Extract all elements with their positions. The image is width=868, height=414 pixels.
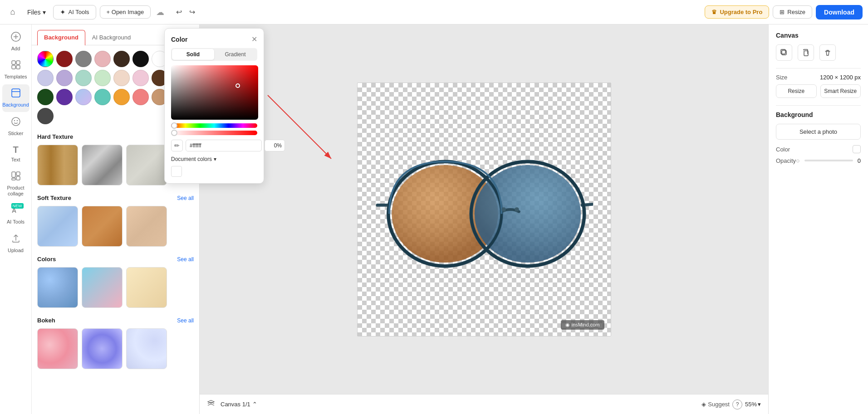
swatch-pink-light[interactable]: [132, 70, 149, 86]
swatch-black[interactable]: [132, 51, 149, 67]
sunglasses-image: [358, 83, 611, 336]
select-photo-button[interactable]: Select a photo: [776, 124, 861, 140]
hue-slider[interactable]: [171, 123, 257, 128]
redo-button[interactable]: ↪: [186, 6, 198, 18]
swatch-purple-light[interactable]: [56, 70, 73, 86]
soft-texture-water[interactable]: [37, 206, 78, 247]
hard-texture-wood[interactable]: [37, 145, 78, 185]
trash-button[interactable]: [819, 44, 836, 61]
swatch-mint[interactable]: [75, 70, 92, 86]
picker-tab-gradient[interactable]: Gradient: [214, 49, 256, 60]
swatch-pink[interactable]: [94, 51, 111, 67]
picker-tab-solid[interactable]: Solid: [172, 49, 214, 60]
sidebar-item-ai-tools[interactable]: A NEW AI Tools: [2, 201, 29, 229]
bokeh-item-1[interactable]: [37, 328, 78, 369]
opacity-slider[interactable]: [804, 160, 853, 161]
help-button[interactable]: ?: [732, 399, 742, 409]
resize-canvas-button[interactable]: Resize: [776, 84, 817, 98]
files-menu[interactable]: Files ▾: [24, 7, 49, 18]
color-item-1[interactable]: [37, 267, 78, 308]
topbar-actions: ♛ Upgrade to Pro ⊞ Resize Download: [705, 5, 863, 19]
tab-ai-background[interactable]: AI Background: [85, 30, 137, 45]
color-item-3[interactable]: [126, 267, 167, 308]
sidebar-item-product-collage[interactable]: Product collage: [2, 167, 29, 200]
color-picker-popup: Color ✕ Solid Gradient ✏ Document colors…: [164, 28, 264, 184]
sidebar-item-upload[interactable]: Upload: [2, 230, 29, 257]
watermark-icon: ◉: [565, 322, 570, 328]
swatch-blue-grad[interactable]: [75, 89, 92, 105]
smart-resize-button[interactable]: Smart Resize: [820, 84, 861, 98]
tab-background[interactable]: Background: [37, 30, 85, 45]
swatch-peach[interactable]: [113, 70, 130, 86]
eyedropper-button[interactable]: ✏: [171, 140, 183, 151]
swatch-red[interactable]: [56, 51, 73, 67]
canvas-label[interactable]: Canvas 1/1 ⌃: [221, 401, 257, 408]
bokeh-item-3[interactable]: [126, 328, 167, 369]
document-colors-header[interactable]: Document colors ▾: [171, 156, 257, 162]
duplicate-button[interactable]: [776, 44, 792, 61]
swatch-brown[interactable]: [113, 51, 130, 67]
sidebar-item-text[interactable]: T Text: [2, 141, 29, 166]
swatch-dark-gray2[interactable]: [37, 108, 54, 124]
sidebar-item-sticker[interactable]: Sticker: [2, 113, 29, 140]
sticker-icon: [11, 117, 21, 129]
alpha-slider[interactable]: [171, 131, 257, 135]
colors-see-all[interactable]: See all: [177, 256, 194, 263]
soft-texture-caramel[interactable]: [82, 206, 123, 247]
upgrade-button[interactable]: ♛ Upgrade to Pro: [705, 5, 769, 19]
ai-tools-button[interactable]: ✦ AI Tools: [53, 5, 96, 19]
color-gradient-canvas[interactable]: [171, 65, 258, 120]
hard-texture-metal[interactable]: [82, 145, 123, 185]
opacity-value: 0: [858, 157, 861, 164]
home-button[interactable]: ⌂: [5, 5, 20, 19]
open-image-button[interactable]: + Open Image: [100, 5, 151, 19]
swatch-green-light[interactable]: [94, 70, 111, 86]
zoom-value[interactable]: 55% ▾: [745, 401, 761, 408]
bokeh-see-all[interactable]: See all: [177, 317, 194, 324]
hue-slider-row: [171, 123, 257, 128]
zoom-control: ◈ Suggest ? 55% ▾: [701, 399, 761, 409]
swatch-lavender[interactable]: [37, 70, 54, 86]
undo-button[interactable]: ↩: [173, 6, 185, 18]
swatch-rainbow[interactable]: [37, 51, 54, 67]
soft-texture-header: Soft Texture See all: [32, 191, 199, 203]
suggest-button[interactable]: ◈ Suggest: [701, 401, 730, 408]
svg-point-27: [515, 207, 519, 212]
color-checkbox[interactable]: [853, 145, 861, 153]
opacity-input[interactable]: [265, 140, 285, 151]
swatch-teal[interactable]: [94, 89, 111, 105]
canvas-wrapper: ◉ insMind.com: [200, 24, 768, 394]
watermark: ◉ insMind.com: [561, 320, 604, 330]
watermark-text: insMind.com: [572, 322, 600, 327]
swatch-orange[interactable]: [113, 89, 130, 105]
layers-icon[interactable]: [207, 399, 215, 409]
swatch-dark-green[interactable]: [37, 89, 54, 105]
canvas-area: ◉ insMind.com Canvas 1/1 ⌃ ◈ Suggest ?: [200, 24, 768, 414]
sidebar-item-add[interactable]: Add: [2, 28, 29, 55]
ai-tools-icon: ✦: [60, 8, 66, 16]
sidebar-item-templates[interactable]: Templates: [2, 56, 29, 83]
bokeh-item-2[interactable]: [82, 328, 123, 369]
document-color-swatch-white[interactable]: [171, 166, 182, 177]
swatch-gray[interactable]: [75, 51, 92, 67]
swatch-purple[interactable]: [56, 89, 73, 105]
hard-texture-concrete[interactable]: [126, 145, 167, 185]
color-value-row: ✏: [171, 140, 257, 151]
soft-texture-skin[interactable]: [126, 206, 167, 247]
copy-button[interactable]: [798, 44, 814, 61]
opacity-row: Opacity ○ 0: [776, 157, 861, 164]
swatch-pink2[interactable]: [132, 89, 149, 105]
main-layout: Add Templates Background Sticker T Text: [0, 24, 868, 414]
hex-input[interactable]: [186, 140, 262, 151]
opacity-circle-icon: ○: [796, 157, 799, 164]
color-picker-close-button[interactable]: ✕: [251, 35, 257, 44]
soft-texture-see-all[interactable]: See all: [177, 195, 194, 201]
resize-button[interactable]: ⊞ Resize: [773, 5, 812, 19]
sidebar-item-ai-tools-label: AI Tools: [7, 219, 25, 225]
sidebar-item-background-label: Background: [2, 102, 29, 108]
color-item-2[interactable]: [82, 267, 123, 308]
download-button[interactable]: Download: [816, 5, 863, 19]
templates-icon: [11, 60, 21, 72]
sidebar-item-background[interactable]: Background: [2, 84, 29, 112]
opacity-label: Opacity: [776, 157, 796, 164]
